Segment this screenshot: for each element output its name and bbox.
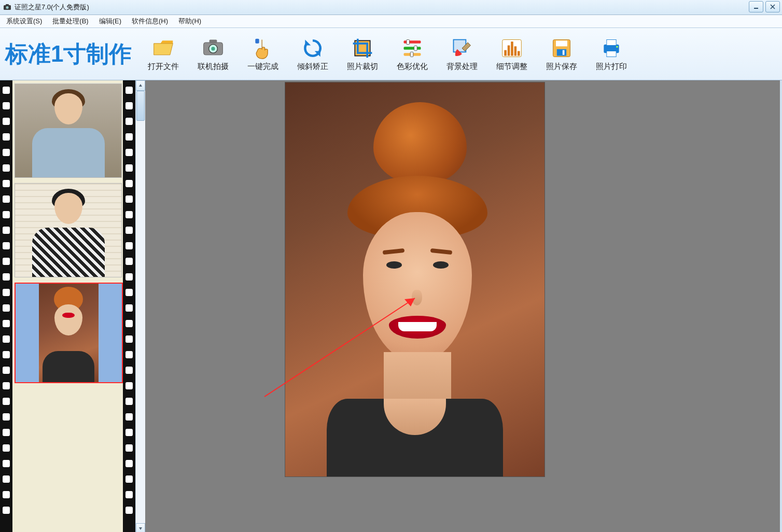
detail-adjust-button[interactable]: 细节调整	[491, 33, 533, 75]
save-label: 照片保存	[546, 62, 577, 72]
rotate-icon	[301, 37, 324, 60]
window-title: 证照之星7.0(个人免费版)	[15, 3, 89, 12]
background-label: 背景处理	[446, 62, 478, 72]
camera-icon	[202, 37, 225, 60]
printer-icon	[600, 37, 623, 60]
menu-edit[interactable]: 编辑(E)	[95, 16, 125, 27]
svg-rect-31	[607, 51, 616, 57]
sidebar-scrollbar[interactable]	[135, 80, 145, 532]
svg-rect-21	[508, 45, 510, 55]
save-button[interactable]: 照片保存	[540, 33, 583, 75]
svg-rect-13	[404, 47, 421, 50]
scroll-up-button[interactable]	[136, 80, 145, 91]
close-button[interactable]	[765, 1, 780, 12]
scroll-track[interactable]	[136, 91, 145, 523]
svg-rect-12	[404, 40, 421, 44]
svg-rect-28	[563, 50, 565, 54]
svg-rect-23	[514, 46, 517, 55]
detail-adjust-label: 细节调整	[496, 62, 527, 72]
tilt-correct-label: 倾斜矫正	[297, 62, 328, 72]
scroll-thumb[interactable]	[136, 91, 145, 121]
svg-rect-30	[607, 39, 616, 45]
main-area	[0, 80, 782, 532]
film-holes-right	[123, 80, 135, 532]
hand-click-icon	[252, 37, 274, 60]
crop-icon	[351, 37, 374, 60]
titlebar: 证照之星7.0(个人免费版)	[0, 0, 782, 15]
oneclick-label: 一键完成	[247, 62, 278, 72]
oneclick-button[interactable]: 一键完成	[242, 33, 284, 75]
svg-rect-22	[511, 41, 514, 56]
histogram-icon	[500, 37, 523, 60]
camera-capture-label: 联机拍摄	[198, 62, 229, 72]
svg-rect-27	[557, 49, 566, 55]
svg-rect-3	[754, 8, 758, 9]
svg-rect-10	[256, 38, 259, 43]
folder-open-icon	[152, 37, 175, 60]
svg-rect-7	[210, 39, 217, 43]
sidebar	[0, 80, 145, 532]
menu-help[interactable]: 帮助(H)	[174, 16, 205, 27]
thumbnail-item-selected[interactable]	[15, 283, 123, 383]
color-optimize-label: 色彩优化	[397, 62, 428, 72]
svg-rect-20	[505, 50, 507, 55]
svg-rect-1	[6, 4, 9, 6]
thumbnail-item[interactable]	[15, 183, 122, 277]
color-optimize-button[interactable]: 色彩优化	[391, 33, 434, 75]
menu-system[interactable]: 系统设置(S)	[2, 16, 46, 27]
crop-button[interactable]: 照片裁切	[341, 33, 384, 75]
open-file-button[interactable]: 打开文件	[142, 33, 185, 75]
scroll-down-button[interactable]	[136, 523, 145, 532]
sliders-icon	[401, 37, 424, 60]
svg-rect-24	[518, 51, 520, 55]
floppy-save-icon	[550, 37, 573, 60]
open-file-label: 打开文件	[148, 62, 179, 72]
svg-point-9	[212, 47, 215, 50]
thumbnail-item[interactable]	[15, 83, 122, 178]
menu-info[interactable]: 软件信息(H)	[128, 16, 172, 27]
svg-point-2	[6, 6, 9, 9]
print-label: 照片打印	[596, 62, 627, 72]
tilt-correct-button[interactable]: 倾斜矫正	[291, 33, 334, 75]
menu-batch[interactable]: 批量处理(B)	[48, 16, 92, 27]
svg-point-32	[617, 46, 619, 48]
menubar: 系统设置(S) 批量处理(B) 编辑(E) 软件信息(H) 帮助(H)	[0, 15, 782, 28]
svg-rect-26	[556, 40, 567, 46]
svg-rect-16	[414, 46, 417, 50]
toolbar: 标准1寸制作 打开文件 联机拍摄 一键完成	[0, 28, 782, 80]
background-button[interactable]: 背景处理	[441, 33, 483, 75]
app-camera-icon	[3, 3, 11, 11]
brand-title: 标准1寸制作	[5, 39, 135, 69]
camera-capture-button[interactable]: 联机拍摄	[192, 33, 234, 75]
minimize-button[interactable]	[749, 1, 763, 12]
thumbnail-empty-slot	[15, 388, 121, 471]
brush-icon	[451, 37, 473, 60]
svg-rect-15	[407, 39, 410, 44]
crop-label: 照片裁切	[347, 62, 378, 72]
film-holes-left	[0, 80, 12, 532]
photo-preview[interactable]	[285, 82, 544, 477]
print-button[interactable]: 照片打印	[590, 33, 633, 75]
portrait-illustration	[285, 82, 544, 477]
svg-rect-17	[411, 52, 414, 57]
canvas-area	[145, 80, 782, 532]
filmstrip	[0, 80, 135, 532]
window-controls	[749, 1, 780, 12]
thumbnail-list	[12, 80, 123, 532]
window-right-border	[780, 80, 782, 532]
